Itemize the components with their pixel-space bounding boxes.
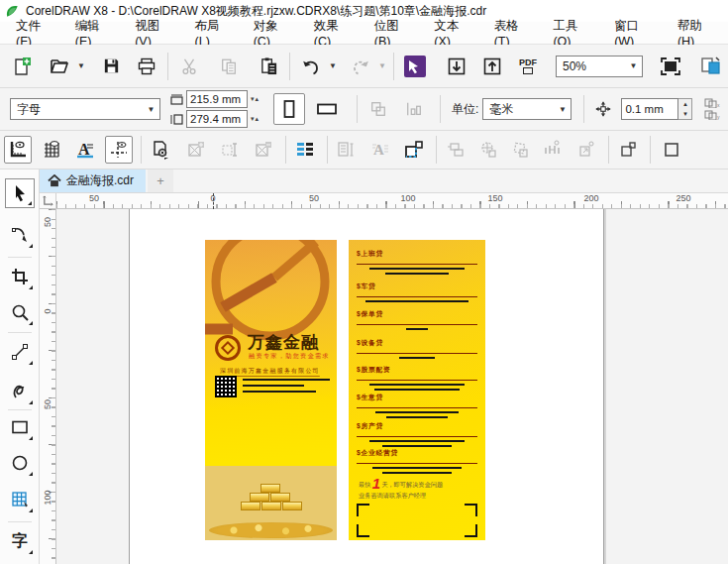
object-properties-button[interactable] [614, 136, 642, 164]
redo-dropdown-caret: ▼ [376, 51, 388, 82]
vruler-label: 0 [43, 303, 52, 319]
horizontal-ruler[interactable]: 50 0 50 100 150 200 250 [56, 193, 728, 209]
drawing-canvas[interactable]: 万鑫金融 融资专家，助您资金需求 深圳前海万鑫金融服务有限公司 [56, 209, 728, 564]
loan-title: $车贷 [357, 282, 439, 291]
landscape-button[interactable] [311, 93, 343, 125]
loan-title: $生意贷 [357, 393, 439, 402]
rotate-objects-button [507, 136, 535, 164]
nudge-field[interactable]: 0.1 mm [621, 98, 678, 120]
publish-pdf-button[interactable]: PDF [512, 51, 544, 82]
svg-text:y: y [717, 114, 720, 120]
loan-title: $企业经营贷 [357, 448, 439, 458]
shape-tool[interactable] [5, 220, 35, 250]
loan-item: $房产贷 [357, 421, 477, 447]
gold-bar [260, 484, 280, 493]
nudge-offset-icon [589, 95, 617, 123]
import-button[interactable] [441, 51, 472, 82]
show-grid-button[interactable] [38, 136, 65, 164]
fullscreen-preview-button[interactable] [655, 51, 686, 82]
units-combo[interactable]: 毫米 ▼ [482, 98, 572, 120]
vertical-ruler[interactable]: 50 0 50 100 [40, 209, 56, 564]
save-button[interactable] [95, 51, 127, 82]
gold-bar [261, 502, 281, 510]
page-width-field[interactable]: 215.9 mm [186, 90, 248, 108]
page-height-spinner[interactable]: ▾▴ [251, 115, 260, 123]
current-page-button [398, 93, 430, 125]
ruler-zero-marker [213, 193, 214, 209]
show-text-frames-button[interactable]: A [71, 136, 99, 164]
pick-tool[interactable] [5, 178, 35, 208]
text-frame-columns-button [333, 136, 361, 164]
align-objects-button [442, 136, 469, 164]
new-tab-button[interactable]: + [148, 169, 173, 192]
page-size-caret[interactable]: ▼ [143, 99, 159, 119]
poster-left[interactable]: 万鑫金融 融资专家，助您资金需求 深圳前海万鑫金融服务有限公司 [205, 240, 337, 540]
document-tab-active[interactable]: 金融海报.cdr [40, 169, 146, 192]
text-tool[interactable]: 字 [5, 526, 35, 556]
ruler-origin-button[interactable] [40, 193, 56, 209]
page-height-field[interactable]: 279.4 mm [186, 110, 248, 128]
export-button[interactable] [476, 51, 508, 82]
distribute-objects-button [540, 136, 568, 164]
units-label: 单位: [452, 101, 478, 118]
loan-title: $上班贷 [357, 249, 439, 259]
duplicate-x-icon: x [704, 98, 720, 108]
brand-logo-icon [215, 335, 241, 361]
document-tab-bar: 金融海报.cdr + [40, 169, 728, 193]
artistic-media-tool[interactable] [5, 377, 35, 406]
nudge-group: 0.1 mm ▲▼ [621, 98, 692, 120]
undo-button[interactable] [295, 51, 327, 82]
loan-item: $设备贷 [357, 338, 477, 359]
page-size-combo[interactable]: 字母 ▼ [10, 98, 160, 120]
print-button[interactable] [131, 51, 162, 82]
add-text-frame-button [216, 136, 244, 164]
show-guidelines-button[interactable] [105, 136, 133, 164]
paste-button[interactable] [253, 51, 284, 82]
new-document-button[interactable] [6, 51, 38, 82]
nudge-spinner[interactable]: ▲▼ [678, 98, 692, 120]
standard-toolbar: ▼ ▼ ▼ [0, 45, 728, 88]
all-pages-button [363, 93, 394, 125]
redo-button [345, 51, 376, 82]
vruler-label: 50 [43, 396, 52, 412]
units-value: 毫米 [489, 101, 513, 118]
show-rulers-button[interactable] [4, 136, 32, 164]
hruler-label: 50 [89, 193, 99, 203]
pdf-label: PDF [519, 57, 537, 67]
units-caret[interactable]: ▼ [554, 99, 571, 119]
page-width-spinner[interactable]: ▾▴ [251, 95, 260, 103]
poster-right[interactable]: $上班贷 $车贷 $保单贷 $设备贷 $股票配资 [349, 240, 485, 540]
crop-tool[interactable] [5, 262, 35, 291]
open-dropdown-caret[interactable]: ▼ [75, 51, 87, 82]
text-tool-glyph: 字 [12, 533, 28, 549]
edge-tool-button[interactable] [656, 136, 683, 164]
brand-name: 万鑫金融 [248, 331, 319, 354]
portrait-button[interactable] [273, 93, 305, 125]
page-settings-button[interactable] [147, 136, 174, 164]
qr-code [215, 376, 237, 397]
add-frame-button [182, 136, 210, 164]
zoom-tool[interactable] [5, 297, 35, 327]
snap-to-frame-button[interactable] [400, 136, 428, 164]
table-tool[interactable] [5, 485, 35, 514]
welcome-screen-button[interactable] [399, 51, 431, 82]
undo-dropdown-caret[interactable]: ▼ [327, 51, 339, 82]
freehand-tool[interactable] [5, 337, 35, 367]
svg-text:A: A [373, 142, 384, 158]
hruler-label: 50 [309, 193, 319, 203]
svg-text:A: A [78, 141, 90, 158]
loan-title: $房产贷 [357, 421, 439, 431]
ellipse-tool[interactable] [5, 448, 35, 478]
zoom-level-value: 50% [563, 59, 586, 73]
show-hide-objects-button[interactable] [694, 51, 726, 82]
zoom-dropdown-caret[interactable]: ▼ [625, 56, 642, 76]
zoom-level-combo[interactable]: 50% ▼ [556, 56, 643, 77]
document-tab-label: 金融海报.cdr [66, 172, 134, 189]
gold-bar [241, 502, 260, 510]
hruler-label: 200 [583, 193, 598, 203]
columns-settings-button[interactable] [291, 136, 319, 164]
open-button[interactable] [44, 51, 75, 82]
loan-title: $设备贷 [357, 338, 439, 348]
rectangle-tool[interactable] [5, 412, 35, 442]
loan-item: $股票配资 [357, 365, 477, 391]
